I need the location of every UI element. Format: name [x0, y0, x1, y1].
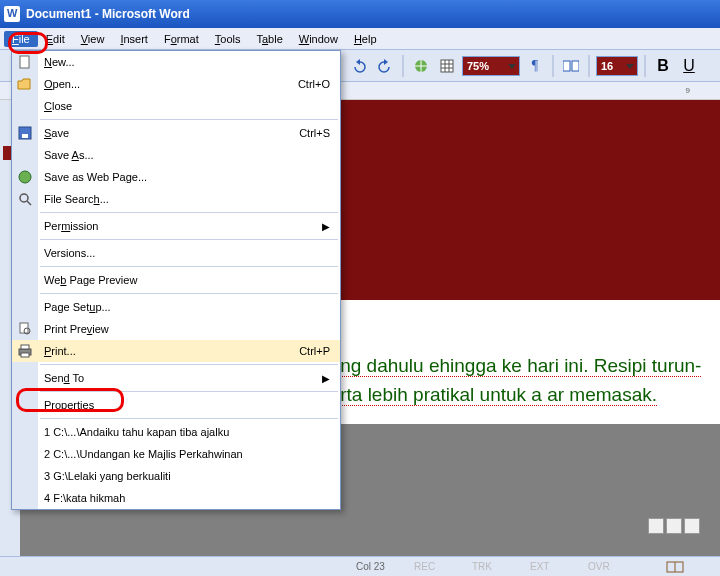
menu-recent-1[interactable]: 1 C:\...\Andaiku tahu kapan tiba ajalku	[12, 421, 340, 443]
menu-edit[interactable]: Edit	[38, 31, 73, 47]
fontsize-combo[interactable]: 16	[596, 56, 638, 76]
file-menu-dropdown: New... Open... Ctrl+O Close Save Ctrl+S …	[11, 50, 341, 510]
menu-separator	[40, 391, 338, 392]
status-trk[interactable]: TRK	[472, 561, 512, 572]
menu-tools[interactable]: Tools	[207, 31, 249, 47]
menu-save-label: Save	[44, 127, 69, 139]
menu-open-shortcut: Ctrl+O	[298, 78, 330, 90]
read-icon	[563, 59, 579, 73]
submenu-arrow-icon: ▶	[322, 373, 330, 384]
svg-point-9	[20, 194, 28, 202]
toolbar-separator	[552, 55, 554, 77]
svg-rect-13	[21, 345, 29, 349]
menu-properties-label: Properties	[44, 399, 94, 411]
svg-rect-1	[441, 60, 453, 72]
menu-help[interactable]: Help	[346, 31, 385, 47]
status-ovr[interactable]: OVR	[588, 561, 628, 572]
menu-table[interactable]: Table	[248, 31, 290, 47]
menu-page-setup[interactable]: Page Setup...	[12, 296, 340, 318]
menu-file[interactable]: File	[4, 31, 38, 47]
menu-close-label: Close	[44, 100, 72, 112]
status-rec[interactable]: REC	[414, 561, 454, 572]
menu-recent-2[interactable]: 2 C:\...\Undangan ke Majlis Perkahwinan	[12, 443, 340, 465]
menu-versions[interactable]: Versions...	[12, 242, 340, 264]
menu-insert[interactable]: Insert	[112, 31, 156, 47]
pilcrow-icon: ¶	[532, 58, 538, 74]
menu-recent-4[interactable]: 4 F:\kata hikmah	[12, 487, 340, 509]
menu-view[interactable]: View	[73, 31, 113, 47]
view-btn-3[interactable]	[684, 518, 700, 534]
menu-permission[interactable]: Permission ▶	[12, 215, 340, 237]
svg-point-8	[19, 171, 31, 183]
read-mode-button[interactable]	[560, 55, 582, 77]
menu-save-as[interactable]: Save As...	[12, 144, 340, 166]
underline-button[interactable]: U	[678, 55, 700, 77]
title-bar: Document1 - Microsoft Word	[0, 0, 720, 28]
bold-label: B	[657, 57, 669, 75]
zoom-value: 75%	[467, 60, 489, 72]
menu-print-shortcut: Ctrl+P	[299, 345, 330, 357]
status-ext[interactable]: EXT	[530, 561, 570, 572]
underline-label: U	[683, 57, 695, 75]
menu-properties[interactable]: Properties	[12, 394, 340, 416]
menu-recent-3-label: 3 G:\Lelaki yang berkualiti	[44, 470, 171, 482]
menu-print-preview-label: Print Preview	[44, 323, 109, 335]
toolbar-separator	[588, 55, 590, 77]
toolbar-separator	[402, 55, 404, 77]
menu-separator	[40, 293, 338, 294]
view-btn-2[interactable]	[666, 518, 682, 534]
svg-rect-14	[21, 353, 29, 357]
status-bar: Col 23 REC TRK EXT OVR	[0, 556, 720, 576]
hyperlink-button[interactable]	[410, 55, 432, 77]
menu-separator	[40, 239, 338, 240]
menu-window[interactable]: Window	[291, 31, 346, 47]
menu-print-preview[interactable]: Print Preview	[12, 318, 340, 340]
menu-separator	[40, 364, 338, 365]
search-icon	[16, 191, 34, 207]
menu-web-preview[interactable]: Web Page Preview	[12, 269, 340, 291]
menu-open-label: Open...	[44, 78, 80, 90]
menu-save[interactable]: Save Ctrl+S	[12, 122, 340, 144]
menu-print[interactable]: Print... Ctrl+P	[12, 340, 340, 362]
redo-button[interactable]	[374, 55, 396, 77]
menu-separator	[40, 119, 338, 120]
menu-close[interactable]: Close	[12, 95, 340, 117]
fontsize-value: 16	[601, 60, 613, 72]
menu-web-preview-label: Web Page Preview	[44, 274, 137, 286]
menu-format[interactable]: Format	[156, 31, 207, 47]
menu-new-label: New...	[44, 56, 75, 68]
menu-save-web[interactable]: Save as Web Page...	[12, 166, 340, 188]
menu-separator	[40, 266, 338, 267]
bold-button[interactable]: B	[652, 55, 674, 77]
undo-icon	[352, 59, 366, 73]
svg-rect-7	[22, 134, 28, 138]
menu-recent-1-label: 1 C:\...\Andaiku tahu kapan tiba ajalku	[44, 426, 229, 438]
menu-bar: File Edit View Insert Format Tools Table…	[0, 28, 720, 50]
menu-new[interactable]: New...	[12, 51, 340, 73]
view-buttons-footer	[648, 518, 700, 534]
status-col: Col 23	[356, 561, 396, 572]
svg-rect-5	[20, 56, 29, 68]
menu-save-shortcut: Ctrl+S	[299, 127, 330, 139]
menu-page-setup-label: Page Setup...	[44, 301, 111, 313]
printer-icon	[16, 343, 34, 359]
view-btn-1[interactable]	[648, 518, 664, 534]
menu-recent-3[interactable]: 3 G:\Lelaki yang berkualiti	[12, 465, 340, 487]
redo-icon	[378, 59, 392, 73]
toolbar-separator	[644, 55, 646, 77]
pilcrow-button[interactable]: ¶	[524, 55, 546, 77]
menu-permission-label: Permission	[44, 220, 98, 232]
floppy-icon	[16, 125, 34, 141]
table-icon	[440, 59, 454, 73]
menu-print-label: Print...	[44, 345, 76, 357]
globe-link-icon	[414, 59, 428, 73]
undo-button[interactable]	[348, 55, 370, 77]
menu-open[interactable]: Open... Ctrl+O	[12, 73, 340, 95]
status-book-icon	[666, 560, 684, 574]
menu-save-as-label: Save As...	[44, 149, 94, 161]
table-button[interactable]	[436, 55, 458, 77]
menu-file-search[interactable]: File Search...	[12, 188, 340, 210]
menu-send-to[interactable]: Send To ▶	[12, 367, 340, 389]
menu-save-web-label: Save as Web Page...	[44, 171, 147, 183]
zoom-combo[interactable]: 75%	[462, 56, 520, 76]
